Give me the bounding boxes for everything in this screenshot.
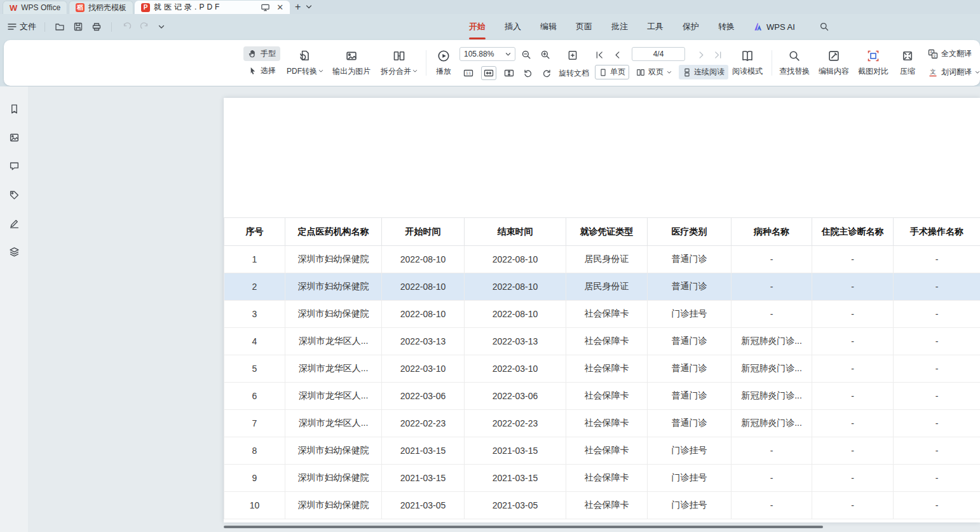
full-translate-label: 全文翻译 [941,48,972,59]
header-cell: 医疗类别 [648,218,732,246]
open-file-button[interactable] [53,20,66,33]
undo-button[interactable] [120,20,133,33]
previous-page-button[interactable] [611,49,623,61]
table-cell: 2022-03-06 [465,383,566,410]
ribbon-tab-批注[interactable]: 批注 [611,14,628,39]
sign-panel-button[interactable] [8,217,21,230]
fit-page-button[interactable] [566,48,580,62]
table-cell: 居民身份证 [566,246,648,273]
redo-button[interactable] [139,20,151,33]
zoom-out-icon [521,50,532,60]
thumbnail-image-icon [9,132,20,143]
undo-history-chevron-down-icon[interactable] [157,23,166,31]
table-cell: - [894,492,980,519]
tab-wps-office[interactable]: W WPS Office [3,1,67,14]
ribbon-tab-工具[interactable]: 工具 [647,14,664,39]
compress-button[interactable]: 压缩 [894,44,922,81]
table-cell: - [894,355,980,383]
screenshot-compare-button[interactable]: 截图对比 [854,44,892,81]
save-button[interactable] [72,20,85,33]
rotate-right-button[interactable] [540,67,553,79]
wps-ai-icon [754,22,763,31]
new-tab-button[interactable]: + [290,0,306,14]
ribbon-tab-编辑[interactable]: 编辑 [540,14,557,39]
table-cell: - [812,355,894,383]
ribbon-tab-开始[interactable]: 开始 [469,14,486,39]
pdf-convert-button[interactable]: PDF转换 [283,44,327,81]
full-text-translate-button[interactable]: A文 全文翻译 [925,47,980,60]
pdf-convert-icon [299,50,311,62]
split-merge-icon [393,50,405,62]
enter-fullscreen-monitor-icon[interactable] [259,1,271,13]
ribbon-tab-保护[interactable]: 保护 [683,14,699,39]
print-button[interactable] [90,20,103,33]
layers-icon [9,247,20,257]
single-page-button[interactable]: 单页 [595,65,629,79]
ribbon-tab-页面[interactable]: 页面 [576,14,592,39]
table-cell: 深圳市妇幼保健院 [285,273,382,301]
first-page-button[interactable] [594,49,606,61]
actual-size-button[interactable]: 1:1 [461,67,475,79]
table-cell: 2022-08-10 [465,246,566,273]
menu-search-button[interactable] [818,20,831,33]
document-area: 序号定点医药机构名称开始时间结束时间就诊凭证类型医疗类别病种名称住院主诊断名称手… [0,86,980,532]
table-cell: 社会保障卡 [566,410,648,437]
find-replace-button[interactable]: 查找替换 [775,44,813,81]
wps-ai-button[interactable]: WPS AI [754,22,795,32]
select-tool-label: 选择 [261,65,276,76]
next-page-button[interactable] [695,49,707,61]
table-cell: 深圳市龙华区人... [285,355,382,383]
file-menu[interactable]: 文件 [8,21,36,32]
rotate-doc-label[interactable]: 旋转文档 [559,68,589,79]
table-row: 7深圳市龙华区人...2022-02-232022-02-23社会保障卡普通门诊… [224,410,980,437]
table-cell: - [812,273,894,301]
fit-height-button[interactable] [502,67,516,79]
word-translate-button[interactable]: 文 划词翻译 [925,65,980,79]
page-number-input[interactable] [632,47,685,61]
edit-content-button[interactable]: 编辑内容 [815,44,853,81]
zoom-in-button[interactable] [539,48,552,62]
table-cell: 2021-03-15 [382,465,465,492]
play-button[interactable]: 播放 [428,44,459,81]
tab-docer-templates[interactable]: 稻 找稻壳模板 [69,1,133,14]
hand-tool-button[interactable]: 手型 [243,46,280,61]
table-cell: 2022-03-10 [382,355,465,383]
select-tool-button[interactable]: 选择 [243,64,280,78]
continuous-reading-button[interactable]: 连续阅读 [679,65,728,79]
zoom-out-button[interactable] [520,48,533,62]
cursor-icon [248,66,257,76]
horizontal-scrollbar-thumb[interactable] [224,526,823,528]
attachments-panel-button[interactable] [8,188,21,201]
table-cell: 2022-03-06 [382,383,465,410]
table-row: 4深圳市龙华区人...2022-03-132022-03-13社会保障卡普通门诊… [224,328,980,355]
ribbon-tab-转换[interactable]: 转换 [718,14,735,39]
file-menu-label: 文件 [20,21,36,32]
zoom-level-select[interactable]: 105.88% [459,47,515,61]
export-as-image-button[interactable]: 输出为图片 [328,44,375,81]
table-cell: 深圳市妇幼保健院 [285,465,382,492]
read-mode-button[interactable]: 阅读模式 [728,44,766,81]
tab-document[interactable]: P 就医记录.PDF ✕ [135,1,290,14]
split-merge-button[interactable]: 拆分合并 [376,44,422,81]
fit-height-icon [503,68,515,78]
double-page-label: 双页 [648,67,664,78]
table-cell: 新冠肺炎门诊... [732,410,812,437]
close-tab-icon[interactable]: ✕ [276,3,283,11]
fit-width-button[interactable] [481,66,496,80]
last-page-button[interactable] [712,49,724,61]
table-cell: 3 [224,301,285,328]
ribbon-tab-插入[interactable]: 插入 [505,14,521,39]
tab-list-chevron-down-icon[interactable] [306,0,317,14]
double-page-button[interactable]: 双页 [635,65,673,79]
table-cell: 深圳市龙华区人... [285,383,382,410]
edit-content-label: 编辑内容 [819,66,849,77]
single-page-icon [599,68,608,77]
bookmarks-panel-button[interactable] [8,102,21,116]
comments-panel-button[interactable] [8,160,21,173]
rotate-left-button[interactable] [522,67,534,79]
thumbnails-panel-button[interactable] [8,131,21,144]
screenshot-compare-icon [867,50,880,62]
table-cell: 2021-03-15 [465,437,566,465]
table-cell: 社会保障卡 [566,437,648,465]
layers-panel-button[interactable] [8,245,21,259]
